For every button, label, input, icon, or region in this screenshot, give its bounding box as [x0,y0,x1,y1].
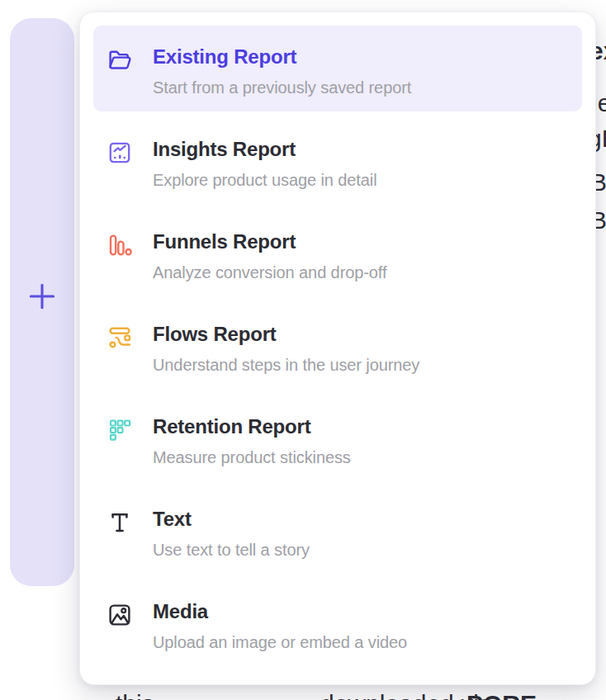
open-folder-icon [107,47,133,73]
media-image-icon [107,602,133,628]
menu-item-subtitle: Explore product usage in detail [153,169,377,191]
menu-item-title: Flows Report [153,322,419,347]
menu-item-title: Funnels Report [153,229,386,254]
retention-grid-icon [107,417,133,443]
menu-item-subtitle: Use text to tell a story [153,539,310,560]
menu-item-insights-report[interactable]: Insights Report Explore product usage in… [93,118,582,204]
background-text-fragment: PORE [466,692,537,700]
insights-chart-icon [107,140,133,166]
menu-item-subtitle: Upload an image or embed a video [153,631,407,653]
menu-item-title: Existing Report [153,45,411,69]
text-icon [107,509,133,536]
funnel-bars-icon [107,232,133,258]
menu-item-media[interactable]: Media Upload an image or embed a video [93,580,582,666]
menu-item-title: Media [153,599,407,624]
add-to-board-button[interactable] [23,277,61,315]
menu-item-text[interactable]: Text Use text to tell a story [93,488,582,574]
background-text-fragment: this [116,692,154,700]
flows-icon [107,324,133,351]
menu-item-flows-report[interactable]: Flows Report Understand steps in the use… [93,303,582,389]
add-content-menu: Existing Report Start from a previously … [79,12,596,685]
menu-item-subtitle: Understand steps in the user journey [153,354,419,376]
menu-item-title: Retention Report [153,414,351,439]
plus-icon [26,280,59,313]
menu-item-subtitle: Analyze conversion and drop-off [153,262,386,283]
board-side-rail [10,18,74,586]
menu-item-subtitle: Start from a previously saved report [153,77,411,98]
canvas: { "colors": { "accent_purple": "#4c3ee0"… [0,0,606,700]
menu-item-existing-report[interactable]: Existing Report Start from a previously … [93,26,582,111]
menu-item-title: Text [153,507,310,532]
menu-item-retention-report[interactable]: Retention Report Measure product stickin… [93,395,582,481]
menu-item-funnels-report[interactable]: Funnels Report Analyze conversion and dr… [93,210,582,296]
menu-item-subtitle: Measure product stickiness [153,447,351,468]
menu-item-title: Insights Report [153,137,377,162]
